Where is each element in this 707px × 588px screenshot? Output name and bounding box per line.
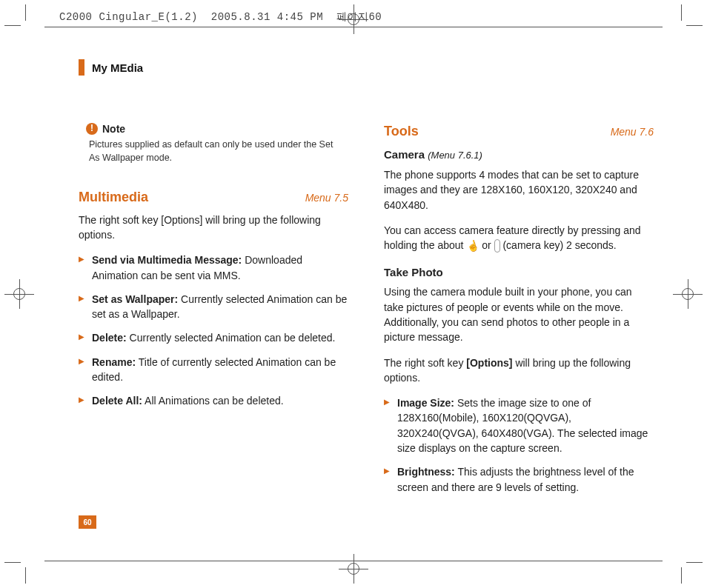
- registration-mark-bottom: [339, 554, 368, 584]
- registration-mark-left: [4, 279, 34, 309]
- take-photo-softkey-para: The right soft key [Options] will bring …: [384, 355, 654, 386]
- softkey-text-1: The right soft key: [384, 357, 466, 369]
- list-item: Send via Multimedia Message: Downloaded …: [79, 253, 348, 283]
- section-header: My MEdia: [79, 59, 654, 76]
- right-column: Tools Menu 7.6 Camera (Menu 7.6.1) The p…: [384, 121, 654, 504]
- slug-date: 2005.8.31 4:45 PM: [211, 11, 323, 23]
- multimedia-heading-row: Multimedia Menu 7.5: [79, 187, 348, 207]
- two-column-layout: ! Note Pictures supplied as default can …: [79, 121, 654, 504]
- crop-mark-top-right: [673, 4, 703, 34]
- camera-modes-para: The phone supports 4 modes that can be s…: [384, 167, 654, 213]
- option-label: Rename:: [92, 356, 136, 368]
- tools-heading: Tools: [384, 121, 419, 141]
- printer-slug: C2000 Cingular_E(1.2) 2005.8.31 4:45 PM …: [59, 10, 382, 24]
- section-accent-bar: [79, 59, 84, 76]
- list-item: Delete All: All Animations can be delete…: [79, 393, 348, 408]
- left-column: ! Note Pictures supplied as default can …: [79, 121, 348, 504]
- trim-line-top: [44, 27, 663, 27]
- list-item: Image Size: Sets the image size to one o…: [384, 395, 654, 455]
- crop-mark-top-left: [4, 4, 34, 34]
- slug-page: 페이지60: [336, 11, 382, 23]
- option-label: Delete:: [92, 332, 127, 344]
- note-header: ! Note: [86, 121, 348, 136]
- option-desc: Currently selected Animation can be dele…: [130, 332, 336, 344]
- note-label: Note: [102, 121, 125, 136]
- manual-page: C2000 Cingular_E(1.2) 2005.8.31 4:45 PM …: [0, 0, 707, 588]
- option-label: Set as Wallpaper:: [92, 293, 178, 305]
- registration-mark-right: [673, 279, 703, 309]
- camera-key-icon: [494, 239, 500, 253]
- option-desc: All Animations can be deleted.: [145, 395, 284, 407]
- list-item: Set as Wallpaper: Currently selected Ani…: [79, 292, 348, 322]
- content-area: My MEdia ! Note Pictures supplied as def…: [79, 59, 654, 529]
- camera-access-or: or: [482, 239, 494, 251]
- option-label: Image Size:: [397, 397, 454, 409]
- note-body: Pictures supplied as default can only be…: [89, 138, 348, 164]
- option-label: Send via Multimedia Message:: [92, 254, 242, 266]
- multimedia-menu-ref: Menu 7.5: [305, 190, 348, 205]
- hand-key-icon: ☝: [465, 237, 481, 255]
- option-label: Delete All:: [92, 395, 142, 407]
- take-photo-options-list: Image Size: Sets the image size to one o…: [384, 395, 654, 495]
- crop-mark-bottom-left: [4, 554, 34, 584]
- list-item: Rename: Title of currently selected Anim…: [79, 355, 348, 385]
- tools-menu-ref: Menu 7.6: [611, 124, 654, 139]
- tools-heading-row: Tools Menu 7.6: [384, 121, 654, 141]
- section-title: My MEdia: [92, 61, 143, 74]
- camera-subhead: Camera (Menu 7.6.1): [384, 147, 654, 163]
- page-number-badge: 60: [79, 515, 96, 529]
- crop-mark-bottom-right: [673, 554, 703, 584]
- take-photo-para: Using the camera module built in your ph…: [384, 284, 654, 344]
- camera-access-text-2: (camera key) 2 seconds.: [502, 239, 616, 251]
- list-item: Brightness: This adjusts the brightness …: [384, 464, 654, 495]
- option-label: Brightness:: [397, 466, 455, 478]
- page-number: 60: [83, 518, 91, 527]
- multimedia-options-list: Send via Multimedia Message: Downloaded …: [79, 253, 348, 408]
- note-icon: !: [86, 123, 98, 135]
- camera-menu-ref: (Menu 7.6.1): [428, 150, 482, 161]
- camera-title: Camera: [384, 148, 425, 161]
- camera-access-para: You can access camera feature directly b…: [384, 223, 654, 254]
- multimedia-intro: The right soft key [Options] will bring …: [79, 213, 348, 243]
- multimedia-heading: Multimedia: [79, 187, 148, 207]
- slug-doc: C2000 Cingular_E(1.2): [59, 11, 198, 23]
- softkey-options: [Options]: [466, 357, 512, 369]
- take-photo-subhead: Take Photo: [384, 264, 654, 281]
- trim-line-bottom: [44, 561, 663, 561]
- list-item: Delete: Currently selected Animation can…: [79, 330, 348, 345]
